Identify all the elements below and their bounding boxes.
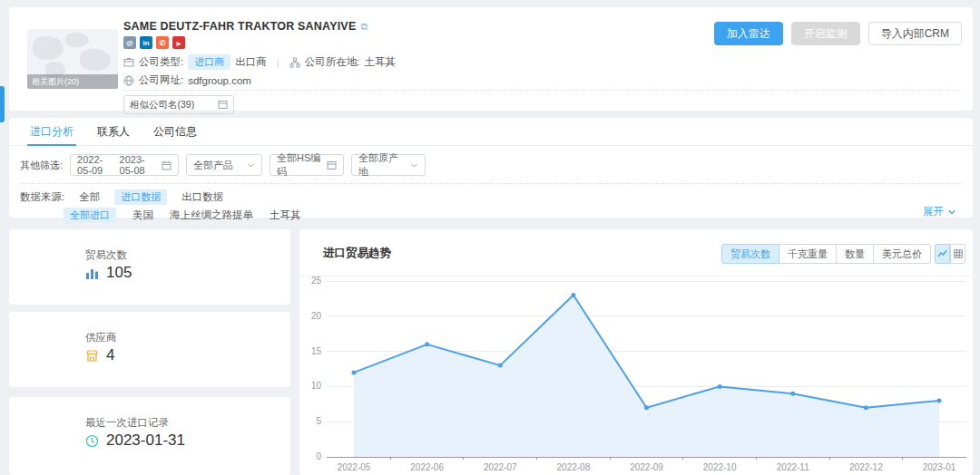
svg-text:15: 15	[311, 346, 322, 356]
stat-card-suppliers: 供应商 4	[9, 312, 290, 387]
company-name-row: SAME DEUTZ-FAHR TRAKTOR SANAYIVE ⧉	[123, 20, 368, 33]
related-images-label: 相关图片(20)	[27, 74, 118, 89]
svg-text:2023-01: 2023-01	[923, 462, 956, 472]
import-crm-button[interactable]: 导入内部CRM	[868, 22, 962, 45]
header-actions: 加入雷达 开启监测 导入内部CRM	[714, 22, 962, 45]
svg-text:10: 10	[311, 381, 322, 391]
building-icon	[123, 57, 134, 68]
svg-text:25: 25	[311, 276, 322, 286]
product-dropdown[interactable]: 全部产品	[186, 154, 262, 176]
at-email-icon[interactable]: @	[123, 36, 136, 49]
linkedin-icon[interactable]: in	[140, 36, 152, 49]
stat-label: 最近一次进口记录	[85, 416, 169, 430]
hs-code-picker[interactable]: 全部HS编码	[270, 154, 344, 176]
metric-trade-count[interactable]: 贸易次数	[721, 244, 779, 264]
date-range-picker[interactable]: 2022-05-09 2023-05-08	[70, 154, 179, 176]
phone-icon[interactable]: ✆	[156, 36, 169, 49]
tab-bar: 进口分析 联系人 公司信息	[9, 118, 973, 146]
svg-text:2022-11: 2022-11	[777, 462, 809, 472]
chart-header: 进口贸易趋势 贸易次数 千克重量 数量 美元总价	[299, 229, 973, 276]
filter-divider	[20, 183, 962, 184]
svg-text:2022-07: 2022-07	[484, 462, 517, 472]
company-type-row: 公司类型: 进口商 出口商 | 公司所在地: 土耳其	[123, 54, 396, 70]
similar-companies-box[interactable]: 相似公司名(39)	[123, 95, 234, 114]
source-option-import[interactable]: 进口数据	[114, 189, 167, 205]
stat-label: 供应商	[85, 331, 117, 344]
chevron-down-icon	[410, 161, 418, 170]
company-type-label: 公司类型:	[139, 55, 183, 69]
window-icon	[218, 100, 228, 110]
website-row: 公司网址: sdfgroup.com	[123, 73, 251, 87]
tab-contacts[interactable]: 联系人	[85, 118, 142, 146]
date-start: 2022-05-09	[77, 154, 114, 176]
website-link[interactable]: sdfgroup.com	[188, 75, 251, 86]
tab-import-analysis[interactable]: 进口分析	[18, 118, 85, 146]
data-source-row: 数据来源: 全部 进口数据 出口数据	[20, 189, 223, 205]
location-value: 土耳其	[364, 55, 396, 69]
origin-dropdown[interactable]: 全部原产地	[351, 154, 426, 176]
view-toggle-group	[935, 244, 965, 264]
filter-row: 其他筛选: 2022-05-09 2023-05-08 全部产品 全部HS编码	[20, 154, 426, 176]
chevron-down-icon	[247, 161, 255, 170]
metric-quantity[interactable]: 数量	[837, 244, 874, 264]
stat-card-trade-count: 贸易次数 105	[9, 229, 290, 305]
table-toggle-icon[interactable]	[950, 244, 965, 264]
sub-option-turkey[interactable]: 土耳其	[270, 208, 301, 222]
svg-text:0: 0	[316, 451, 321, 461]
trend-line-chart: 05101520252022-052022-062022-072022-0820…	[299, 276, 973, 475]
svg-text:2022-06: 2022-06	[410, 462, 444, 472]
window-icon	[327, 160, 337, 170]
source-option-all[interactable]: 全部	[79, 190, 100, 204]
expand-label: 展开	[923, 205, 944, 218]
chevron-down-icon	[947, 208, 956, 217]
svg-text:5: 5	[316, 416, 321, 426]
start-monitor-button[interactable]: 开启监测	[791, 22, 860, 45]
header-divider	[123, 90, 960, 91]
trend-chart-card: 进口贸易趋势 贸易次数 千克重量 数量 美元总价	[299, 229, 973, 475]
source-option-export[interactable]: 出口数据	[181, 190, 223, 204]
copy-icon[interactable]: ⧉	[360, 21, 368, 33]
map-decoration	[33, 36, 64, 60]
svg-text:20: 20	[311, 311, 322, 321]
sub-option-all-import[interactable]: 全部进口	[64, 208, 116, 223]
origin-dropdown-value: 全部原产地	[358, 151, 405, 179]
org-icon	[289, 57, 300, 68]
exporter-tag: 出口商	[235, 55, 267, 69]
product-dropdown-value: 全部产品	[193, 159, 233, 172]
map-decoration	[65, 33, 89, 47]
svg-text:2022-08: 2022-08	[557, 462, 591, 472]
sub-option-maritime-silk-road[interactable]: 海上丝绸之路提单	[170, 208, 253, 222]
stat-label: 贸易次数	[85, 248, 127, 262]
svg-text:2022-09: 2022-09	[630, 462, 663, 472]
add-radar-button[interactable]: 加入雷达	[714, 22, 783, 45]
svg-text:2022-05: 2022-05	[338, 462, 371, 472]
date-end: 2023-05-08	[120, 154, 157, 176]
bar-chart-icon	[85, 267, 99, 280]
chart-title: 进口贸易趋势	[323, 246, 391, 261]
stat-value: 105	[106, 264, 132, 282]
social-links: @ in ✆ ▶	[123, 36, 185, 49]
sub-option-usa[interactable]: 美国	[132, 208, 153, 222]
data-source-sub-row: 全部进口 美国 海上丝绸之路提单 土耳其	[64, 208, 301, 223]
data-source-label: 数据来源:	[20, 190, 64, 204]
stat-card-last-import: 最近一次进口记录 2023-01-31	[9, 397, 290, 475]
similar-companies-label: 相似公司名(39)	[130, 99, 194, 111]
tab-company-info[interactable]: 公司信息	[142, 118, 209, 146]
stat-value: 4	[106, 346, 114, 364]
importer-tag: 进口商	[188, 54, 230, 70]
company-header-card: 相关图片(20) SAME DEUTZ-FAHR TRAKTOR SANAYIV…	[9, 7, 973, 111]
website-label: 公司网址:	[139, 73, 183, 87]
metric-kg-weight[interactable]: 千克重量	[779, 244, 837, 264]
metric-usd-total[interactable]: 美元总价	[874, 244, 931, 264]
line-chart-toggle-icon[interactable]	[935, 244, 950, 264]
svg-text:2022-10: 2022-10	[703, 462, 737, 472]
svg-text:2022-12: 2022-12	[849, 462, 883, 472]
expand-link[interactable]: 展开	[923, 205, 956, 218]
page: 相关图片(20) SAME DEUTZ-FAHR TRAKTOR SANAYIV…	[0, 0, 980, 475]
analysis-panel: 进口分析 联系人 公司信息 其他筛选: 2022-05-09 2023-05-0…	[9, 118, 973, 218]
side-drawer-handle[interactable]	[0, 86, 5, 122]
location-label: 公司所在地:	[305, 55, 360, 69]
youtube-icon[interactable]: ▶	[172, 36, 185, 49]
company-image-thumbnail[interactable]: 相关图片(20)	[27, 29, 118, 89]
other-filter-label: 其他筛选:	[20, 159, 63, 172]
